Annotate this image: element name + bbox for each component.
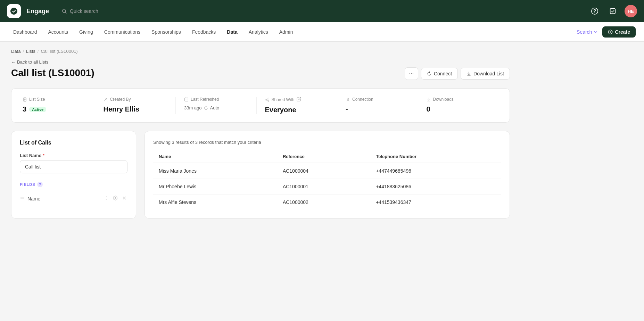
col-telephone: Telephone Number [370, 150, 501, 163]
right-panel: Showing 3 results of 3 records that matc… [145, 131, 510, 219]
field-name-label: Name [27, 196, 40, 201]
stats-card: List Size 3 Active Created By Henry Elli… [11, 88, 510, 123]
app-name: Engage [26, 8, 49, 15]
nav-dashboard[interactable]: Dashboard [8, 26, 42, 38]
col-reference: Reference [277, 150, 370, 163]
plus-icon [608, 30, 613, 34]
list-name-input[interactable] [20, 160, 127, 173]
cell-name: Mr Phoebe Lewis [153, 179, 277, 195]
field-settings-button[interactable] [112, 195, 118, 202]
more-options-button[interactable]: ··· [405, 67, 418, 80]
edit-icon [297, 97, 301, 101]
connect-icon [427, 71, 432, 76]
table-row: Mrs Alfie Stevens AC1000002 +44153943634… [153, 195, 501, 210]
arrows-icon [104, 196, 109, 200]
nav-admin[interactable]: Admin [274, 26, 298, 38]
download-icon [467, 71, 471, 76]
page-header: Call list (LS10001) ··· Connect [11, 67, 510, 80]
cell-reference: AC1000002 [277, 195, 370, 210]
connection-label: Connection [346, 97, 410, 102]
svg-point-13 [348, 98, 348, 99]
avatar[interactable]: HE [625, 5, 637, 17]
nav-giving[interactable]: Giving [74, 26, 98, 38]
clock-icon [184, 97, 189, 102]
cell-reference: AC1000001 [277, 179, 370, 195]
active-badge: Active [29, 107, 46, 112]
table-row: Mr Phoebe Lewis AC1000001 +441883625086 [153, 179, 501, 195]
share-icon [265, 98, 270, 102]
table-row: Miss Maria Jones AC1000004 +447449685496 [153, 163, 501, 179]
download-list-button[interactable]: Download List [461, 68, 510, 80]
left-panel-title: List of Calls [20, 140, 127, 146]
required-indicator: * [43, 153, 44, 158]
connect-button[interactable]: Connect [421, 68, 458, 80]
stat-last-refreshed: Last Refreshed 33m ago Auto [175, 97, 256, 114]
svg-rect-8 [185, 97, 186, 98]
refresh-icon [204, 106, 208, 110]
downloads-label: Downloads [427, 97, 490, 102]
breadcrumb-sep-1: / [23, 49, 24, 54]
shared-with-value: Everyone [265, 106, 329, 114]
page-actions: ··· Connect Download List [405, 67, 510, 80]
svg-rect-7 [185, 98, 188, 101]
breadcrumb: Data / Lists / Call list (LS10001) [11, 49, 510, 54]
cell-telephone: +441539436347 [370, 195, 501, 210]
bottom-section: List of Calls List Name * FIELDS ? Name [11, 131, 510, 219]
svg-point-14 [115, 197, 116, 199]
list-name-label: List Name * [20, 153, 127, 158]
app-logo [7, 4, 21, 18]
field-move-button[interactable] [103, 195, 109, 202]
stat-downloads: Downloads 0 [418, 97, 499, 114]
search-label: Search [577, 29, 592, 35]
gear-icon [113, 196, 118, 200]
nav-feedbacks[interactable]: Feedbacks [187, 26, 221, 38]
list-size-value: 3 Active [23, 105, 86, 113]
back-link-label: Back to all Lists [17, 59, 48, 65]
svg-rect-3 [610, 9, 616, 14]
topbar-actions: HE [588, 5, 637, 17]
nav-analytics[interactable]: Analytics [244, 26, 273, 38]
tasks-button[interactable] [606, 5, 619, 17]
quick-search[interactable]: Quick search [61, 8, 583, 14]
connect-label: Connect [434, 71, 452, 76]
field-row-name: Name [20, 191, 127, 206]
search-icon [61, 8, 67, 14]
drag-handle-icon [20, 196, 25, 201]
connection-value: - [346, 105, 410, 113]
create-label: Create [615, 29, 630, 35]
breadcrumb-data[interactable]: Data [11, 49, 20, 54]
field-remove-button[interactable] [121, 195, 127, 202]
fields-help-icon[interactable]: ? [37, 182, 43, 187]
create-button[interactable]: Create [602, 26, 636, 38]
breadcrumb-sep-2: / [38, 49, 39, 54]
help-button[interactable] [588, 5, 601, 17]
main-content: Data / Lists / Call list (LS10001) ← Bac… [0, 42, 521, 225]
downloads-icon [427, 97, 431, 102]
nav-sponsorships[interactable]: Sponsorships [147, 26, 186, 38]
last-refreshed-value: 33m ago Auto [184, 105, 248, 110]
cell-telephone: +441883625086 [370, 179, 501, 195]
download-list-label: Download List [473, 71, 504, 76]
nav-communications[interactable]: Communications [99, 26, 145, 38]
breadcrumb-current: Call list (LS10001) [41, 49, 77, 54]
file-icon [23, 97, 27, 102]
breadcrumb-lists[interactable]: Lists [26, 49, 35, 54]
list-size-label: List Size [23, 97, 86, 102]
nav-accounts[interactable]: Accounts [43, 26, 73, 38]
nav-right: Search Create [577, 26, 636, 38]
left-panel: List of Calls List Name * FIELDS ? Name [11, 131, 136, 219]
created-by-value: Henry Ellis [104, 105, 167, 113]
stat-created-by: Created By Henry Ellis [95, 97, 176, 114]
back-link[interactable]: ← Back to all Lists [11, 59, 510, 65]
stat-shared-with: Shared With Everyone [256, 97, 337, 114]
nav-data[interactable]: Data [222, 26, 242, 38]
svg-point-12 [268, 100, 269, 101]
fields-section-label: FIELDS ? [20, 182, 127, 187]
search-dropdown[interactable]: Search [577, 29, 598, 35]
stat-list-size: List Size 3 Active [23, 97, 95, 114]
shared-with-label: Shared With [265, 97, 329, 102]
shared-with-edit-button[interactable] [297, 97, 301, 102]
last-refreshed-label: Last Refreshed [184, 97, 248, 102]
chevron-down-icon [593, 30, 598, 34]
topbar: Engage Quick search HE [0, 0, 644, 22]
